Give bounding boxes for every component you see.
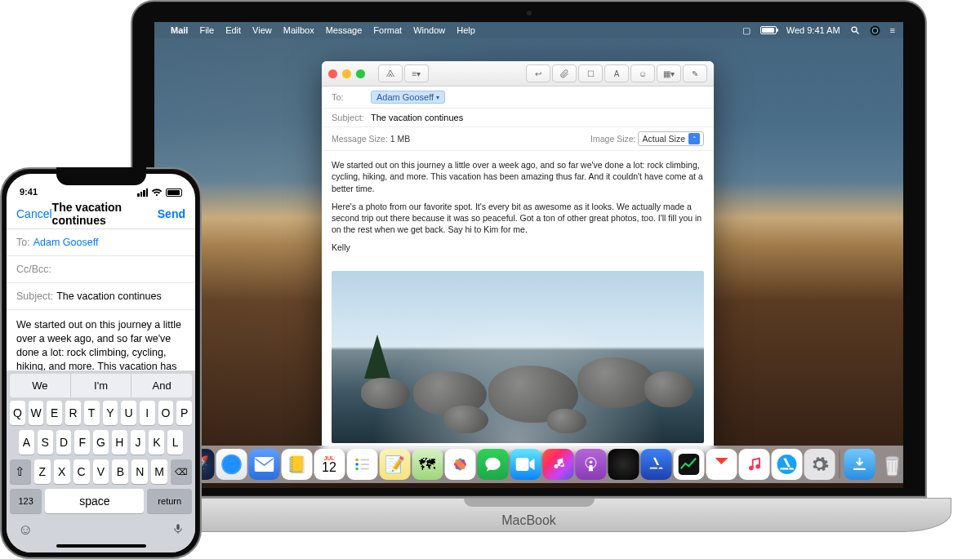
dock-messages-icon[interactable] xyxy=(477,449,508,480)
suggestion[interactable]: And xyxy=(131,374,192,397)
to-field-row[interactable]: To: Adam Gooseff xyxy=(322,87,714,109)
header-fields-button[interactable]: ≡▾ xyxy=(404,64,429,82)
menubar-item[interactable]: Message xyxy=(326,25,363,35)
subject-field-row[interactable]: Subject: xyxy=(322,109,714,127)
space-key[interactable]: space xyxy=(45,489,144,513)
compose-body[interactable]: We started out on this journey a little … xyxy=(7,310,195,370)
ccbcc-field[interactable]: Cc/Bcc: xyxy=(7,256,195,283)
compose-body[interactable]: We started out on this journey a little … xyxy=(322,151,714,268)
send-button[interactable] xyxy=(378,64,403,82)
cancel-button[interactable]: Cancel xyxy=(16,207,52,220)
traffic-light-minimize[interactable] xyxy=(342,69,351,78)
key[interactable]: M xyxy=(151,459,167,484)
dock-photos-icon[interactable] xyxy=(444,449,475,480)
battery-icon[interactable] xyxy=(760,26,777,34)
key[interactable]: I xyxy=(140,401,155,425)
dock-settings-icon[interactable] xyxy=(804,449,835,480)
markup-icon[interactable]: ✎ xyxy=(683,64,707,82)
menubar-app-name[interactable]: Mail xyxy=(171,25,188,35)
menubar-item[interactable]: Help xyxy=(457,25,475,35)
dock-maps-icon[interactable]: 🗺 xyxy=(412,449,443,480)
image-size-control[interactable]: Image Size: Actual Size⌃ xyxy=(590,131,704,146)
dictation-icon[interactable] xyxy=(172,521,184,540)
dock-tv-icon[interactable] xyxy=(608,449,639,480)
dock-mail-icon[interactable] xyxy=(248,449,279,480)
dock-trash-icon[interactable] xyxy=(876,449,903,480)
key[interactable]: A xyxy=(19,430,34,455)
key[interactable]: Y xyxy=(103,401,118,425)
key[interactable]: X xyxy=(54,459,70,484)
key[interactable]: O xyxy=(158,401,174,425)
return-key[interactable]: return xyxy=(147,489,192,513)
key[interactable]: D xyxy=(56,430,72,455)
dock-facetime-icon[interactable] xyxy=(510,449,541,480)
attached-photo[interactable] xyxy=(332,271,704,443)
key[interactable]: W xyxy=(29,401,44,425)
key[interactable]: K xyxy=(149,430,164,455)
reply-icon[interactable]: ↩ xyxy=(526,64,550,82)
key[interactable]: F xyxy=(74,430,90,455)
key[interactable]: L xyxy=(167,430,183,455)
attach-icon[interactable] xyxy=(552,64,577,82)
dock-stocks-icon[interactable] xyxy=(673,449,704,480)
dock-news-icon[interactable] xyxy=(706,449,737,480)
font-icon[interactable]: A xyxy=(604,64,629,82)
key[interactable]: G xyxy=(93,430,109,455)
key[interactable]: H xyxy=(112,430,127,455)
traffic-light-zoom[interactable] xyxy=(356,69,365,78)
key[interactable]: T xyxy=(84,401,100,425)
dock-appstore2-icon[interactable] xyxy=(771,449,802,480)
menubar-item[interactable]: View xyxy=(252,25,272,35)
emoji-key-icon[interactable]: ☺ xyxy=(18,521,33,540)
menubar-item[interactable]: File xyxy=(199,25,214,35)
send-button[interactable]: Send xyxy=(158,207,185,220)
to-field[interactable]: To: Adam Gooseff xyxy=(7,229,195,256)
key[interactable]: J xyxy=(131,430,146,455)
photo-browser-icon[interactable]: ▦▾ xyxy=(657,64,681,82)
traffic-light-close[interactable] xyxy=(328,69,337,78)
compose-titlebar[interactable]: ≡▾ ↩ ☐ A ☺ ▦▾ ✎ xyxy=(322,61,714,87)
dock-itunes-icon[interactable] xyxy=(542,449,573,480)
airplay-icon[interactable]: ▢ xyxy=(742,25,751,36)
to-value[interactable]: Adam Gooseff xyxy=(33,237,99,248)
dock-appstore-icon[interactable] xyxy=(640,449,671,480)
menubar-item[interactable]: Format xyxy=(373,25,402,35)
menubar-item[interactable]: Edit xyxy=(225,25,241,35)
shift-key[interactable]: ⇧ xyxy=(10,459,31,484)
spotlight-icon[interactable] xyxy=(850,25,860,35)
key[interactable]: P xyxy=(176,401,192,425)
key[interactable]: U xyxy=(121,401,136,425)
dock-calendar-icon[interactable]: JUL12 xyxy=(314,449,345,480)
dock-podcasts-icon[interactable] xyxy=(575,449,606,480)
dock-downloads-icon[interactable] xyxy=(844,449,875,480)
key[interactable]: Q xyxy=(10,401,25,425)
key[interactable]: C xyxy=(74,459,90,484)
to-recipient-pill[interactable]: Adam Gooseff xyxy=(371,91,445,104)
dock-music-icon[interactable] xyxy=(738,449,769,480)
home-indicator[interactable] xyxy=(56,544,146,548)
format-icon[interactable]: ☐ xyxy=(578,64,603,82)
key[interactable]: Z xyxy=(34,459,51,484)
key[interactable]: E xyxy=(47,401,62,425)
suggestion[interactable]: We xyxy=(10,374,70,397)
key[interactable]: V xyxy=(93,459,109,484)
dock-contacts-icon[interactable]: 📒 xyxy=(281,449,312,480)
key[interactable]: B xyxy=(112,459,128,484)
notification-center-icon[interactable]: ≡ xyxy=(890,25,895,35)
subject-field[interactable]: Subject: The vacation continues xyxy=(7,283,195,310)
menubar-item[interactable]: Mailbox xyxy=(283,25,314,35)
key[interactable]: S xyxy=(38,430,53,455)
key[interactable]: N xyxy=(131,459,148,484)
subject-input[interactable] xyxy=(371,113,704,122)
key[interactable]: R xyxy=(65,401,81,425)
emoji-icon[interactable]: ☺ xyxy=(630,64,655,82)
dock-notes-icon[interactable]: 📝 xyxy=(379,449,410,480)
dock-safari-icon[interactable] xyxy=(216,449,247,480)
backspace-key[interactable]: ⌫ xyxy=(171,459,192,484)
menubar-clock[interactable]: Wed 9:41 AM xyxy=(786,25,840,35)
numeric-key[interactable]: 123 xyxy=(10,489,42,513)
menubar-item[interactable]: Window xyxy=(413,25,445,35)
siri-icon[interactable] xyxy=(870,25,880,36)
dock-reminders-icon[interactable] xyxy=(346,449,377,480)
suggestion[interactable]: I'm xyxy=(70,374,132,397)
